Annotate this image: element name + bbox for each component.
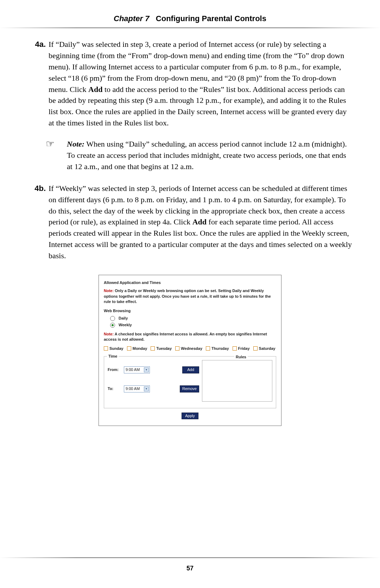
panel-note-1: Note: Only a Daily or Weekly web browsin… xyxy=(104,288,276,304)
from-row: From: 9:00 AM ▾ Add xyxy=(108,366,199,373)
day-wednesday-label: Wednesday xyxy=(181,346,202,351)
remove-button[interactable]: Remove xyxy=(180,385,199,392)
chevron-down-icon: ▾ xyxy=(144,386,149,391)
checkbox-icon xyxy=(175,346,179,351)
to-value: 9:00 AM xyxy=(126,386,140,391)
radio-weekly-icon xyxy=(110,323,115,328)
day-thursday-label: Thursday xyxy=(211,346,229,351)
note-text: When using “Daily” scheduling, an access… xyxy=(67,140,347,171)
rules-label: Rules xyxy=(234,354,248,360)
step-4a-add-word: Add xyxy=(88,85,102,94)
apply-button[interactable]: Apply xyxy=(182,413,198,419)
chapter-header: Chapter 7 Configuring Parental Controls xyxy=(28,14,352,26)
day-saturday[interactable]: Saturday xyxy=(253,346,276,351)
time-legend: Time xyxy=(107,354,119,359)
note-block: ☞ Note: When using “Daily” scheduling, a… xyxy=(46,138,352,172)
day-tuesday[interactable]: Tuesday xyxy=(151,346,172,351)
day-sunday-label: Sunday xyxy=(109,346,124,351)
radio-weekly[interactable]: Weekly xyxy=(110,322,276,328)
app-panel: Allowed Application and Times Note: Only… xyxy=(99,275,281,426)
from-combo[interactable]: 9:00 AM ▾ xyxy=(124,366,150,373)
step-4a-label: 4a. xyxy=(28,39,49,129)
radio-daily[interactable]: Daily xyxy=(110,316,276,321)
step-4b-add-word: Add xyxy=(192,217,207,226)
checkbox-icon xyxy=(151,346,155,351)
to-label: To: xyxy=(108,386,122,391)
panel-note1-prefix: Note: xyxy=(104,289,114,293)
checkbox-icon xyxy=(104,346,108,351)
radio-daily-icon xyxy=(110,316,115,321)
footer-divider xyxy=(0,557,380,558)
radio-daily-label: Daily xyxy=(119,316,128,321)
day-monday-label: Monday xyxy=(133,346,147,351)
from-label: From: xyxy=(108,367,122,372)
panel-note2-text: A checked box signifies Internet access … xyxy=(104,332,267,341)
page-number: 57 xyxy=(0,565,380,572)
day-friday[interactable]: Friday xyxy=(233,346,250,351)
from-value: 9:00 AM xyxy=(126,367,140,372)
step-4b-label: 4b. xyxy=(28,183,49,261)
note-prefix: Note: xyxy=(67,140,84,148)
header-divider xyxy=(0,27,380,28)
step-4a-body: If “Daily” was selected in step 3, creat… xyxy=(49,39,352,129)
day-thursday[interactable]: Thursday xyxy=(206,346,229,351)
day-row: Sunday Monday Tuesday Wednesday Thursday… xyxy=(104,346,276,351)
to-row: To: 9:00 AM ▾ Remove xyxy=(108,385,199,392)
checkbox-icon xyxy=(206,346,210,351)
radio-weekly-label: Weekly xyxy=(119,322,132,328)
checkbox-icon xyxy=(233,346,237,351)
chevron-down-icon: ▾ xyxy=(144,367,149,372)
step-4b-body: If “Weekly” was selected in step 3, peri… xyxy=(49,183,352,261)
checkbox-icon xyxy=(253,346,258,351)
checkbox-icon xyxy=(127,346,131,351)
rules-listbox[interactable] xyxy=(202,360,272,402)
apply-row: Apply xyxy=(104,413,276,419)
pointing-hand-icon: ☞ xyxy=(46,138,67,172)
page: Chapter 7 Configuring Parental Controls … xyxy=(0,0,380,588)
day-tuesday-label: Tuesday xyxy=(156,346,172,351)
chapter-prefix: Chapter 7 xyxy=(114,14,149,23)
time-fieldset: Time Rules From: 9:00 AM ▾ Add To: 9:00 … xyxy=(104,356,276,408)
day-sunday[interactable]: Sunday xyxy=(104,346,124,351)
panel-note2-prefix: Note: xyxy=(104,332,114,336)
to-combo[interactable]: 9:00 AM ▾ xyxy=(124,385,150,392)
day-wednesday[interactable]: Wednesday xyxy=(175,346,202,351)
add-button[interactable]: Add xyxy=(182,366,199,373)
time-left: From: 9:00 AM ▾ Add To: 9:00 AM ▾ Remove xyxy=(108,360,199,392)
step-4b: 4b. If “Weekly” was selected in step 3, … xyxy=(28,183,352,261)
panel-title: Allowed Application and Times xyxy=(104,280,276,285)
note-body: Note: When using “Daily” scheduling, an … xyxy=(67,138,352,172)
web-browsing-label: Web Browsing xyxy=(104,308,276,314)
panel-note1-text: Only a Daily or Weekly web browsing opti… xyxy=(104,289,271,304)
panel-note-2: Note: A checked box signifies Internet a… xyxy=(104,332,276,342)
chapter-title: Configuring Parental Controls xyxy=(156,14,266,23)
day-monday[interactable]: Monday xyxy=(127,346,147,351)
day-friday-label: Friday xyxy=(238,346,250,351)
step-4a: 4a. If “Daily” was selected in step 3, c… xyxy=(28,39,352,129)
day-saturday-label: Saturday xyxy=(259,346,276,351)
